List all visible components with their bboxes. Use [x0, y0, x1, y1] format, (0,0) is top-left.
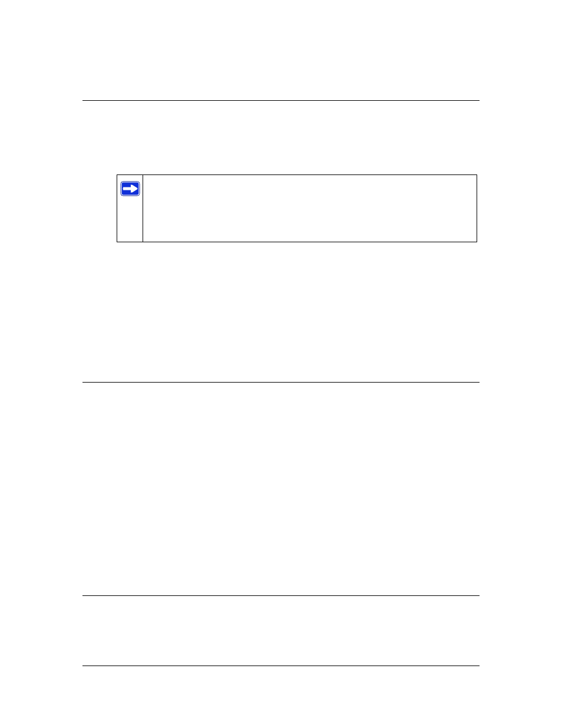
note-icon-cell [117, 175, 143, 242]
page-body [82, 100, 480, 666]
horizontal-rule-4 [82, 666, 480, 666]
spacer [82, 242, 480, 382]
note-callout-box [117, 174, 477, 242]
note-content [143, 175, 477, 242]
spacer [82, 383, 480, 595]
arrow-right-icon [120, 181, 140, 196]
svg-rect-2 [123, 187, 132, 190]
horizontal-rule-1 [82, 100, 480, 101]
spacer [82, 596, 480, 666]
